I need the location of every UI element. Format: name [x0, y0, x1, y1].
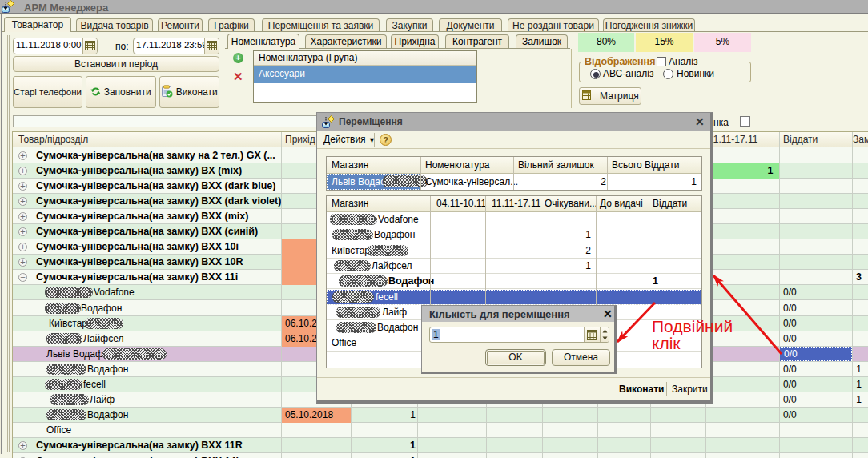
svg-text:клік: клік: [652, 334, 681, 352]
svg-text:Подвійний: Подвійний: [652, 317, 733, 335]
